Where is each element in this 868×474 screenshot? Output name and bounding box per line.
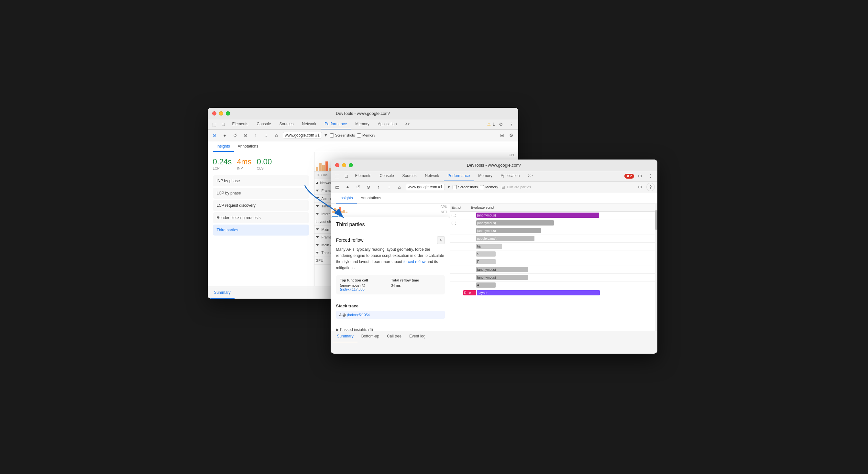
bg-tab-bar: ⬚ □ Elements Console Sources Network Per… <box>208 119 518 130</box>
fg-close-button[interactable] <box>335 163 339 167</box>
fg-memory-checkbox[interactable]: Memory <box>480 185 498 189</box>
fg-error-badge[interactable]: ⊗ 2 <box>624 174 634 179</box>
bg-maximize-button[interactable] <box>226 111 230 116</box>
bg-summary-tab[interactable]: Summary <box>210 287 235 298</box>
bg-minimize-button[interactable] <box>219 111 223 116</box>
flame-bar-anonymous-1[interactable]: (anonymous) <box>476 213 599 218</box>
fg-maximize-button[interactable] <box>349 163 353 167</box>
fg-cursor-icon[interactable]: ⬚ <box>333 172 342 180</box>
bg-tab-application[interactable]: Application <box>374 119 401 129</box>
fg-minimize-button[interactable] <box>342 163 346 167</box>
bg-settings2-btn[interactable]: ⚙ <box>507 131 516 139</box>
bg-upload-btn[interactable]: ↑ <box>252 131 260 139</box>
fg-call-tree-tab[interactable]: Call tree <box>383 331 405 342</box>
passed-insights[interactable]: ▶ Passed insights (6) <box>331 324 450 330</box>
fg-tab-sources[interactable]: Sources <box>399 171 421 181</box>
bg-tab-network[interactable]: Network <box>298 119 320 129</box>
flame-bar-anonymous-4[interactable]: (anonymous) <box>476 267 528 272</box>
fg-annotations-tab[interactable]: Annotations <box>357 193 385 203</box>
flame-bar-re[interactable]: R...e <box>463 290 476 295</box>
bg-insight-lcp-phase[interactable]: LCP by phase <box>213 188 309 199</box>
collapse-button[interactable]: ∧ <box>437 236 445 244</box>
flame-bar-e[interactable]: E <box>476 259 496 264</box>
bg-tab-elements[interactable]: Elements <box>228 119 252 129</box>
bg-reload-btn[interactable]: ↺ <box>231 131 239 139</box>
total-reflow-label: Total reflow time 34 ms <box>391 278 441 291</box>
bg-home-btn[interactable]: ⌂ <box>272 131 281 139</box>
bg-annotations-tab[interactable]: Annotations <box>234 141 262 152</box>
bg-memory-checkbox[interactable]: Memory <box>357 133 375 137</box>
fg-bottom-up-tab[interactable]: Bottom-up <box>358 331 383 342</box>
bg-clear-btn[interactable]: ⊘ <box>241 131 250 139</box>
flame-bar-anonymous-5[interactable]: (anonymous) <box>476 275 528 280</box>
fg-tab-memory[interactable]: Memory <box>474 171 496 181</box>
fg-scrollbar[interactable] <box>655 204 657 331</box>
bg-cls-value: 0.00 <box>257 157 272 166</box>
forced-reflow-link[interactable]: forced reflow <box>403 259 426 264</box>
fg-scrollbar-thumb[interactable] <box>655 210 657 230</box>
flame-bar-a[interactable]: A <box>476 282 496 288</box>
bg-record-icon[interactable]: ⊙ <box>210 131 219 139</box>
fg-url-select[interactable]: www.google.com #1 <box>406 184 445 190</box>
fg-more-btn[interactable]: ⋮ <box>646 172 655 180</box>
fg-event-log-tab[interactable]: Event log <box>405 331 429 342</box>
fg-tab-elements[interactable]: Elements <box>351 171 375 181</box>
fg-tab-performance[interactable]: Performance <box>444 171 474 181</box>
function-link[interactable]: (index):117:335 <box>340 287 365 291</box>
fg-panel-icon[interactable]: ▤ <box>333 183 342 191</box>
bg-tab-sources[interactable]: Sources <box>276 119 298 129</box>
bg-lcp-metric: 0.24s LCP <box>213 157 232 170</box>
flame-bar-google-maft[interactable]: google.c.maft <box>476 236 534 241</box>
fg-clear-btn[interactable]: ⊘ <box>364 183 373 191</box>
flame-bar-s[interactable]: S <box>476 251 496 257</box>
bg-inp-label: INP <box>237 166 251 170</box>
bg-download-btn[interactable]: ↓ <box>262 131 271 139</box>
flame-bar-anonymous-3[interactable]: (anonymous) <box>476 228 541 233</box>
flame-label-1: (...) <box>452 214 477 217</box>
bg-device-icon[interactable]: □ <box>219 120 228 128</box>
flame-bar-ha[interactable]: ha <box>476 244 502 249</box>
reflow-time-value: 34 ms <box>391 283 441 287</box>
fg-tab-network[interactable]: Network <box>421 171 443 181</box>
fg-dim-3rd-party[interactable]: Dim 3rd parties <box>507 185 531 189</box>
bg-close-button[interactable] <box>212 111 216 116</box>
flame-bar-anonymous-2[interactable]: (anonymous) <box>476 220 554 225</box>
forced-reflow-section: Forced reflow ∧ Many APIs, typically rea… <box>331 232 450 304</box>
bg-insights-tab[interactable]: Insights <box>213 141 234 152</box>
bg-screenshots-checkbox[interactable]: Screenshots <box>330 133 355 137</box>
fg-reload-btn[interactable]: ↺ <box>354 183 362 191</box>
bg-cursor-icon[interactable]: ⬚ <box>210 120 219 128</box>
fg-tab-application[interactable]: Application <box>497 171 524 181</box>
fg-screenshots-checkbox[interactable]: Screenshots <box>453 185 478 189</box>
fg-tab-more[interactable]: >> <box>524 171 536 181</box>
fg-window-title: DevTools - www.google.com/ <box>467 163 521 167</box>
fg-insights-tab[interactable]: Insights <box>336 193 357 203</box>
stack-trace-link[interactable]: (index):5:1054 <box>347 313 370 317</box>
bg-insight-lcp-request[interactable]: LCP request discovery <box>213 200 309 211</box>
function-call-value: (anonymous) @ (index):117:335 <box>340 283 390 291</box>
bg-tab-more[interactable]: >> <box>401 119 413 129</box>
bg-insight-inp-phase[interactable]: INP by phase <box>213 176 309 186</box>
bg-url-select[interactable]: www.google.com #1 <box>283 132 322 138</box>
fg-help-btn[interactable]: ? <box>646 183 655 191</box>
flame-row-11: R...e Layout <box>450 289 657 297</box>
fg-summary-tab[interactable]: Summary <box>333 331 358 342</box>
bg-settings-btn[interactable]: ⚙ <box>497 120 505 128</box>
fg-settings-btn[interactable]: ⚙ <box>636 172 645 180</box>
flame-bar-layout[interactable]: Layout <box>477 290 600 295</box>
bg-tab-memory[interactable]: Memory <box>351 119 373 129</box>
fg-upload-btn[interactable]: ↑ <box>375 183 383 191</box>
bg-tab-console[interactable]: Console <box>253 119 275 129</box>
fg-settings2-btn[interactable]: ⚙ <box>636 183 645 191</box>
bg-record-circle[interactable]: ● <box>221 131 229 139</box>
bg-tab-performance[interactable]: Performance <box>321 119 351 129</box>
bg-cls-metric: 0.00 CLS <box>257 157 272 170</box>
bg-insight-third-parties[interactable]: Third parties <box>213 225 309 235</box>
fg-home-btn[interactable]: ⌂ <box>395 183 404 191</box>
fg-tab-console[interactable]: Console <box>376 171 398 181</box>
bg-insight-render-blocking[interactable]: Render blocking requests <box>213 212 309 223</box>
fg-download-btn[interactable]: ↓ <box>385 183 394 191</box>
fg-record-circle[interactable]: ● <box>344 183 352 191</box>
fg-device-icon[interactable]: □ <box>342 172 351 180</box>
bg-more-btn[interactable]: ⋮ <box>507 120 516 128</box>
